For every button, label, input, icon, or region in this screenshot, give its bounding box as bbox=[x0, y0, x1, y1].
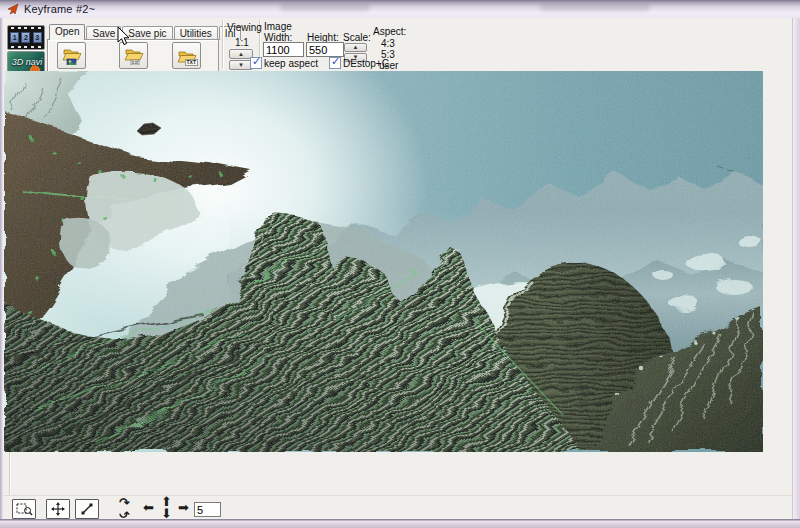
pan-move-button[interactable] bbox=[46, 499, 70, 519]
open-tab-panel: TXT bbox=[47, 39, 219, 72]
txt-badge: TXT bbox=[185, 59, 198, 66]
open-folder-image-icon bbox=[62, 47, 82, 65]
filmstrip-icon bbox=[9, 46, 43, 48]
keyframe-window: Keyframe #2~ 1 2 3 3D navi Open Save Sav… bbox=[0, 0, 800, 528]
render-view[interactable] bbox=[4, 71, 763, 452]
file-tab-control: Open Save Save pic Utilities Ini bbox=[47, 24, 219, 72]
fractal-render-image bbox=[4, 71, 763, 452]
destop-label: DEstop+C bbox=[343, 58, 389, 69]
tab-utilities[interactable]: Utilities bbox=[174, 26, 218, 40]
tab-save-pic[interactable]: Save pic bbox=[122, 26, 172, 40]
move-icon bbox=[51, 502, 65, 516]
open-image-button[interactable] bbox=[57, 42, 86, 69]
bottom-toolbar: ↷ ↷ ⬅ ⬆ ⬇ ➡ bbox=[3, 495, 792, 519]
separator bbox=[222, 20, 224, 68]
open-text-button[interactable]: TXT bbox=[172, 42, 201, 69]
aspect-4-3-option[interactable]: 4:3 bbox=[381, 38, 395, 49]
selection-zoom-button[interactable] bbox=[12, 499, 36, 519]
titlebar-reflection bbox=[280, 2, 370, 11]
aspect-label: Aspect: bbox=[373, 26, 406, 37]
window-border-right bbox=[792, 18, 800, 521]
destop-checkbox[interactable]: ✓ bbox=[329, 57, 341, 69]
filmstrip-icon bbox=[9, 27, 43, 29]
width-input[interactable] bbox=[263, 42, 304, 57]
window-border-left bbox=[0, 18, 3, 521]
keep-aspect-checkbox[interactable]: ✓ bbox=[250, 57, 262, 69]
titlebar-reflection bbox=[540, 2, 650, 11]
scale-up-button[interactable]: ▲ bbox=[344, 43, 367, 52]
window-title: Keyframe #2~ bbox=[24, 3, 95, 15]
keyframes-button[interactable]: 1 2 3 bbox=[7, 25, 45, 50]
rotate-ccw-button[interactable]: ↷ bbox=[119, 507, 130, 519]
move-left-button[interactable]: ⬅ bbox=[143, 502, 154, 514]
selection-zoom-icon bbox=[16, 502, 33, 516]
image-group-label: Image bbox=[264, 21, 292, 32]
line-icon bbox=[80, 502, 94, 516]
step-size-input[interactable] bbox=[194, 502, 221, 517]
move-right-button[interactable]: ➡ bbox=[178, 502, 189, 514]
window-border-bottom bbox=[0, 519, 800, 528]
frame-number: 1 bbox=[10, 32, 19, 43]
viewing-ratio-value: 1:1 bbox=[235, 37, 249, 48]
open-folder-params-icon bbox=[124, 47, 144, 65]
viewing-label: Viewing bbox=[227, 22, 262, 33]
scale-label: Scale: bbox=[343, 32, 371, 43]
app-icon[interactable] bbox=[7, 3, 19, 15]
title-bar[interactable]: Keyframe #2~ bbox=[0, 0, 800, 18]
open-parameter-button[interactable] bbox=[119, 42, 148, 69]
line-tool-button[interactable] bbox=[75, 499, 99, 519]
keep-aspect-label: keep aspect bbox=[264, 58, 318, 69]
frame-number: 3 bbox=[33, 32, 42, 43]
tab-open[interactable]: Open bbox=[49, 24, 85, 40]
frame-number: 2 bbox=[21, 32, 30, 43]
tab-save[interactable]: Save bbox=[86, 26, 121, 40]
toolbar: 1 2 3 3D navi Open Save Save pic Utiliti… bbox=[3, 18, 792, 70]
